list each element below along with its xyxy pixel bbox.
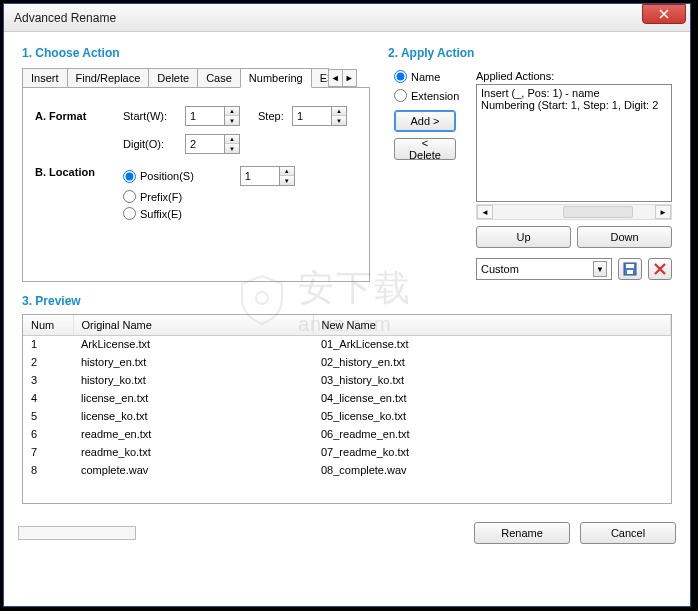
table-row[interactable]: 6readme_en.txt06_readme_en.txt	[23, 425, 671, 443]
name-label: Name	[411, 71, 440, 83]
cell-new: 03_history_ko.txt	[313, 371, 671, 389]
preview-title: 3. Preview	[22, 294, 672, 308]
cell-original: license_en.txt	[73, 389, 313, 407]
x-icon	[654, 263, 666, 275]
scroll-right-icon[interactable]: ►	[655, 205, 671, 219]
tab-find-replace[interactable]: Find/Replace	[67, 68, 150, 87]
applied-action-item[interactable]: Numbering (Start: 1, Step: 1, Digit: 2	[481, 99, 667, 111]
suffix-radio[interactable]	[123, 207, 136, 220]
table-row[interactable]: 1ArkLicense.txt01_ArkLicense.txt	[23, 335, 671, 353]
scroll-left-icon[interactable]: ◄	[477, 205, 493, 219]
step-spinner[interactable]: ▲▼	[292, 106, 347, 126]
digit-spinner[interactable]: ▲▼	[185, 134, 240, 154]
cell-original: history_ko.txt	[73, 371, 313, 389]
cell-original: readme_ko.txt	[73, 443, 313, 461]
tabs: Insert Find/Replace Delete Case Numberin…	[22, 66, 370, 88]
extension-label: Extension	[411, 90, 459, 102]
digit-down[interactable]: ▼	[225, 144, 239, 153]
rename-button[interactable]: Rename	[474, 522, 570, 544]
table-row[interactable]: 3history_ko.txt03_history_ko.txt	[23, 371, 671, 389]
save-icon	[623, 262, 637, 276]
location-label: B. Location	[35, 166, 123, 178]
start-spinner[interactable]: ▲▼	[185, 106, 240, 126]
table-row[interactable]: 7readme_ko.txt07_readme_ko.txt	[23, 443, 671, 461]
tab-numbering[interactable]: Numbering	[240, 68, 312, 88]
col-num[interactable]: Num	[23, 315, 73, 335]
save-preset-button[interactable]	[618, 258, 642, 280]
start-label: Start(W):	[123, 110, 185, 122]
col-original-name[interactable]: Original Name	[73, 315, 313, 335]
extension-radio[interactable]	[394, 89, 407, 102]
col-new-name[interactable]: New Name	[313, 315, 671, 335]
apply-action-title: 2. Apply Action	[388, 46, 672, 60]
start-up[interactable]: ▲	[225, 107, 239, 116]
applied-actions-list[interactable]: Insert (_, Pos: 1) - name Numbering (Sta…	[476, 84, 672, 202]
cell-new: 08_complete.wav	[313, 461, 671, 479]
cell-new: 06_readme_en.txt	[313, 425, 671, 443]
prefix-label: Prefix(F)	[140, 191, 182, 203]
applied-actions-label: Applied Actions:	[476, 70, 672, 82]
cell-original: history_en.txt	[73, 353, 313, 371]
up-button[interactable]: Up	[476, 226, 571, 248]
table-row[interactable]: 8complete.wav08_complete.wav	[23, 461, 671, 479]
tab-overflow[interactable]: E>	[311, 68, 329, 87]
start-down[interactable]: ▼	[225, 116, 239, 125]
cancel-button[interactable]: Cancel	[580, 522, 676, 544]
position-input[interactable]	[240, 166, 280, 186]
custom-combo[interactable]: Custom ▼	[476, 258, 612, 280]
format-label: A. Format	[35, 110, 123, 122]
start-input[interactable]	[185, 106, 225, 126]
svg-rect-1	[626, 264, 634, 268]
delete-preset-button[interactable]	[648, 258, 672, 280]
position-spinner[interactable]: ▲▼	[240, 166, 295, 186]
numbering-panel: A. Format Start(W): ▲▼ Step: ▲▼	[22, 88, 370, 282]
preview-table: Num Original Name New Name 1ArkLicense.t…	[22, 314, 672, 504]
pos-down[interactable]: ▼	[280, 176, 294, 185]
close-icon	[659, 9, 669, 19]
scroll-thumb[interactable]	[563, 206, 633, 218]
cell-num: 6	[23, 425, 73, 443]
titlebar[interactable]: Advanced Rename	[4, 4, 690, 32]
cell-original: ArkLicense.txt	[73, 335, 313, 353]
step-label: Step:	[258, 110, 292, 122]
tab-scroll-left[interactable]: ◄	[328, 69, 343, 87]
cell-new: 02_history_en.txt	[313, 353, 671, 371]
cell-num: 7	[23, 443, 73, 461]
table-row[interactable]: 4license_en.txt04_license_en.txt	[23, 389, 671, 407]
cell-num: 2	[23, 353, 73, 371]
down-button[interactable]: Down	[577, 226, 672, 248]
cell-new: 07_readme_ko.txt	[313, 443, 671, 461]
step-down[interactable]: ▼	[332, 116, 346, 125]
suffix-label: Suffix(E)	[140, 208, 182, 220]
step-input[interactable]	[292, 106, 332, 126]
actions-hscroll[interactable]: ◄ ►	[476, 204, 672, 220]
position-radio[interactable]	[123, 170, 136, 183]
chevron-down-icon: ▼	[593, 261, 607, 277]
prefix-radio[interactable]	[123, 190, 136, 203]
cell-num: 3	[23, 371, 73, 389]
table-row[interactable]: 2history_en.txt02_history_en.txt	[23, 353, 671, 371]
digit-input[interactable]	[185, 134, 225, 154]
tab-delete[interactable]: Delete	[148, 68, 198, 87]
delete-button[interactable]: < Delete	[394, 138, 456, 160]
tab-case[interactable]: Case	[197, 68, 241, 87]
svg-rect-2	[627, 270, 633, 274]
pos-up[interactable]: ▲	[280, 167, 294, 176]
cell-new: 01_ArkLicense.txt	[313, 335, 671, 353]
cell-new: 04_license_en.txt	[313, 389, 671, 407]
applied-action-item[interactable]: Insert (_, Pos: 1) - name	[481, 87, 667, 99]
cell-num: 5	[23, 407, 73, 425]
tab-insert[interactable]: Insert	[22, 68, 68, 87]
digit-up[interactable]: ▲	[225, 135, 239, 144]
add-button[interactable]: Add >	[394, 110, 456, 132]
table-row[interactable]: 5license_ko.txt05_license_ko.txt	[23, 407, 671, 425]
name-radio[interactable]	[394, 70, 407, 83]
position-label: Position(S)	[140, 170, 194, 182]
choose-action-title: 1. Choose Action	[22, 46, 370, 60]
step-up[interactable]: ▲	[332, 107, 346, 116]
tab-scroll-right[interactable]: ►	[342, 69, 357, 87]
cell-num: 4	[23, 389, 73, 407]
window-title: Advanced Rename	[8, 11, 642, 25]
close-button[interactable]	[642, 4, 686, 24]
progress-bar	[18, 526, 136, 540]
